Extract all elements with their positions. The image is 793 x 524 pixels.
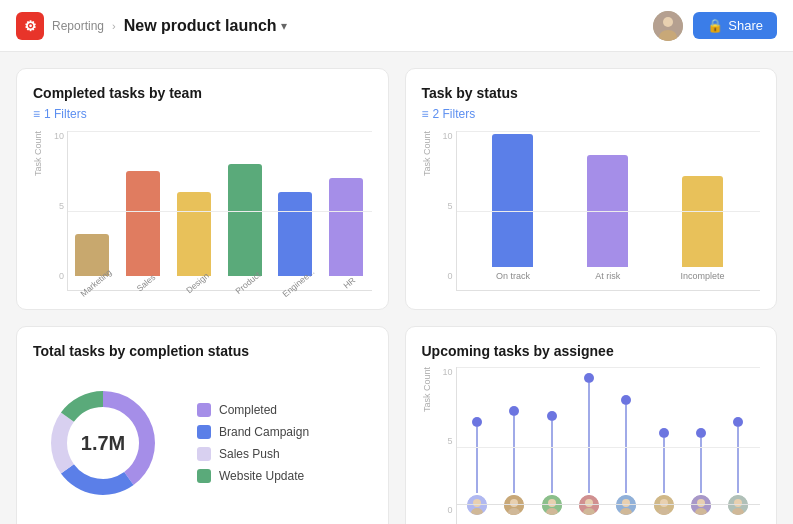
- lollipop-stick: [737, 427, 739, 493]
- card4-y-numbers: 0 5 10: [438, 367, 456, 515]
- svg-point-5: [473, 499, 481, 507]
- card1-y-label: Task Count: [33, 131, 43, 176]
- page-title-group: New product launch ▾: [124, 17, 287, 35]
- legend-item: Sales Push: [197, 447, 309, 461]
- legend-item: Brand Campaign: [197, 425, 309, 439]
- lollipop-avatar: [691, 495, 711, 515]
- svg-point-8: [510, 499, 518, 507]
- share-button[interactable]: 🔒 Share: [693, 12, 777, 39]
- bar-group: Sales: [122, 131, 165, 281]
- main-content: Completed tasks by team ≡ 1 Filters Task…: [0, 52, 793, 524]
- legend-label: Completed: [219, 403, 277, 417]
- lollipop-group: [723, 367, 754, 515]
- header-left: ⚙ Reporting › New product launch ▾: [16, 12, 287, 40]
- app-icon: ⚙: [16, 12, 44, 40]
- lollipop-group: [462, 367, 493, 515]
- grid-line-mid: [67, 211, 372, 212]
- lollipop-group: [573, 367, 604, 515]
- lollipop-avatar: [467, 495, 487, 515]
- legend-color-swatch: [197, 469, 211, 483]
- card-completed-by-team: Completed tasks by team ≡ 1 Filters Task…: [16, 68, 389, 310]
- lollipop-dot: [472, 417, 482, 427]
- header: ⚙ Reporting › New product launch ▾ 🔒 Sha…: [0, 0, 793, 52]
- card1-y-section: Task Count: [33, 131, 45, 293]
- bar-group: At risk: [570, 131, 645, 281]
- grid-line-top: [67, 131, 372, 132]
- lollipop-dot: [696, 428, 706, 438]
- legend-label: Website Update: [219, 469, 304, 483]
- card-task-by-status: Task by status ≡ 2 Filters Task Count 0 …: [405, 68, 778, 310]
- lollipop-avatar: [542, 495, 562, 515]
- card2-chart-row: Task Count 0 5 10 On trackAt ri: [422, 131, 761, 291]
- bar: [228, 164, 262, 276]
- svg-point-23: [697, 499, 705, 507]
- card1-bars-section: 0 5 10 MarketingSalesDesignProductEngine…: [49, 131, 372, 293]
- card3-title: Total tasks by completion status: [33, 343, 372, 359]
- card4-y-section: Task Count: [422, 367, 434, 524]
- lollipop-dot: [584, 373, 594, 383]
- card2-y-section: Task Count: [422, 131, 434, 291]
- card2-title: Task by status: [422, 85, 761, 101]
- svg-point-20: [660, 499, 668, 507]
- lollipop-dot: [547, 411, 557, 421]
- avatar: [653, 11, 683, 41]
- donut-chart: 1.7M: [33, 373, 173, 513]
- legend-color-swatch: [197, 447, 211, 461]
- svg-point-17: [622, 499, 630, 507]
- card4-lollipop-groups: [456, 367, 761, 515]
- bar: [126, 171, 160, 276]
- bar-group: Incomplete: [665, 131, 740, 281]
- card4-lollipop-inner: [456, 367, 761, 524]
- bar-x-label: At risk: [595, 271, 620, 281]
- chevron-down-icon[interactable]: ▾: [281, 19, 287, 33]
- bar-x-label: Incomplete: [681, 271, 725, 281]
- lollipop-stick: [588, 383, 590, 493]
- card4-chart-row: Task Count 0 5 10: [422, 367, 761, 524]
- legend-color-swatch: [197, 425, 211, 439]
- donut-legend: CompletedBrand CampaignSales PushWebsite…: [197, 403, 309, 483]
- donut-section: 1.7M CompletedBrand CampaignSales PushWe…: [33, 365, 372, 513]
- lollipop-stick: [551, 421, 553, 493]
- lollipop-stick: [476, 427, 478, 493]
- legend-item: Website Update: [197, 469, 309, 483]
- donut-center-value: 1.7M: [81, 432, 125, 455]
- svg-point-11: [548, 499, 556, 507]
- lollipop-avatar: [728, 495, 748, 515]
- card2-bars-inner: On trackAt riskIncomplete: [456, 131, 761, 291]
- y-axis-line: [67, 131, 68, 291]
- grid-line-bottom: [67, 290, 372, 291]
- lollipop-stick: [625, 405, 627, 493]
- bar-group: HR: [325, 131, 368, 281]
- card2-filter[interactable]: ≡ 2 Filters: [422, 107, 761, 121]
- share-label: Share: [728, 18, 763, 33]
- lock-icon: 🔒: [707, 18, 723, 33]
- page-title: New product launch: [124, 17, 277, 35]
- legend-color-swatch: [197, 403, 211, 417]
- lollipop-avatar: [579, 495, 599, 515]
- svg-point-26: [734, 499, 742, 507]
- card4-lollipop-section: 0 5 10: [438, 367, 761, 524]
- card2-bar-groups: On trackAt riskIncomplete: [456, 131, 761, 281]
- svg-point-14: [585, 499, 593, 507]
- lollipop-dot: [733, 417, 743, 427]
- filter-icon: ≡: [33, 107, 40, 121]
- header-right: 🔒 Share: [653, 11, 777, 41]
- svg-point-1: [663, 17, 673, 27]
- legend-item: Completed: [197, 403, 309, 417]
- bar: [682, 176, 723, 267]
- card4-title: Upcoming tasks by assignee: [422, 343, 761, 359]
- legend-label: Brand Campaign: [219, 425, 309, 439]
- lollipop-group: [536, 367, 567, 515]
- card-total-tasks: Total tasks by completion status 1.7M Co…: [16, 326, 389, 524]
- card1-filter[interactable]: ≡ 1 Filters: [33, 107, 372, 121]
- lollipop-dot: [659, 428, 669, 438]
- card1-bars-inner: MarketingSalesDesignProductEnginee...HR: [67, 131, 372, 291]
- card-upcoming-tasks: Upcoming tasks by assignee Task Count 0 …: [405, 326, 778, 524]
- breadcrumb-arrow: ›: [112, 20, 116, 32]
- lollipop-dot: [509, 406, 519, 416]
- lollipop-avatar: [504, 495, 524, 515]
- bar-group: Product: [223, 131, 266, 281]
- card2-bars-section: 0 5 10 On trackAt riskIncomplete: [438, 131, 761, 291]
- bar: [492, 134, 533, 267]
- card1-y-numbers: 0 5 10: [49, 131, 67, 281]
